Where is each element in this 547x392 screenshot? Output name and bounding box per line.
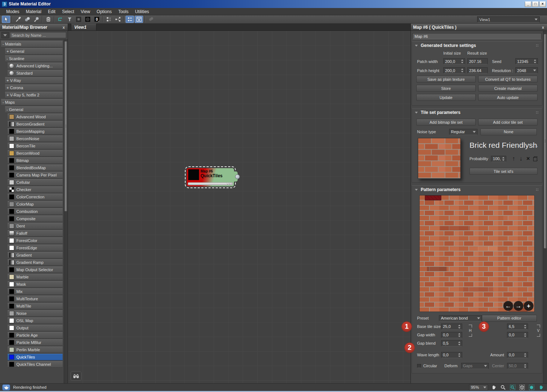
create-material-button[interactable]: Create material xyxy=(478,85,538,92)
gap-width-v-spinner[interactable]: 0,0 xyxy=(507,332,528,338)
gap-blend-spinner[interactable]: 0,5 xyxy=(441,340,462,347)
browser-item-blendedboxmap[interactable]: BlendedBoxMap xyxy=(8,165,63,171)
browser-item-gradient[interactable]: Gradient xyxy=(8,252,63,258)
menu-options[interactable]: Options xyxy=(94,8,115,15)
zoom-icon[interactable] xyxy=(499,384,507,391)
duplicate-tile-icon[interactable] xyxy=(532,155,538,162)
browser-item-berconmapping[interactable]: BerconMapping xyxy=(8,128,63,135)
pick-material-icon[interactable] xyxy=(14,16,22,23)
browser-item-v-ray-5-hotfix-2[interactable]: + V-Ray 5, hotfix 2 xyxy=(5,92,63,98)
spinner-arrows[interactable] xyxy=(523,364,526,368)
browser-item-camera-map-per-pixel[interactable]: Camera Map Per Pixel xyxy=(8,172,63,178)
browser-item-colormap[interactable]: ColorMap xyxy=(8,201,63,207)
browser-item-general[interactable]: + General xyxy=(5,48,63,55)
browser-item-particle-mblur[interactable]: Particle MBlur xyxy=(8,339,63,346)
spinner-arrows[interactable] xyxy=(523,353,526,357)
browser-item-marble[interactable]: Marble xyxy=(8,274,63,280)
zoom-extents-selected-icon[interactable] xyxy=(527,384,535,391)
node-canvas[interactable]: Map #6 QuickTiles xyxy=(68,31,411,383)
browser-item-berconnoise[interactable]: BerconNoise xyxy=(8,135,63,142)
tab-view1[interactable]: View1 xyxy=(71,24,96,31)
add-color-tile-set-button[interactable]: Add color tile set xyxy=(478,119,538,126)
maximize-button[interactable]: □ xyxy=(532,1,539,7)
seed-spinner[interactable]: 12345 xyxy=(515,58,538,64)
link-v-toggle[interactable]: V xyxy=(535,325,541,337)
browser-item-quicktiles-channel[interactable]: QuickTiles Channel xyxy=(8,361,63,368)
preset-dropdown[interactable]: American bond xyxy=(439,315,481,321)
patch-height-spinner[interactable]: 200,0 xyxy=(443,67,465,74)
browser-item-maps[interactable]: - Maps xyxy=(1,99,63,106)
browser-item-output[interactable]: Output xyxy=(8,325,63,331)
convert-all-qt-button[interactable]: Convert all QT to textures xyxy=(478,76,538,83)
zoom-region-icon[interactable] xyxy=(508,384,516,391)
generated-section-header[interactable]: Generated texture settings xyxy=(412,41,542,50)
assign-material-icon[interactable] xyxy=(23,16,31,23)
view-selector-dropdown[interactable]: View1 xyxy=(477,16,540,23)
gap-width-h-spinner[interactable]: 0,0 xyxy=(441,332,462,338)
pan-to-selected-button[interactable] xyxy=(71,371,82,381)
browser-item-bercongradient[interactable]: BerconGradient xyxy=(8,121,63,127)
store-button[interactable]: Store xyxy=(416,85,476,92)
scrollbar-thumb[interactable] xyxy=(544,34,547,249)
spinner-arrows[interactable] xyxy=(460,68,463,72)
node-output-socket[interactable] xyxy=(235,174,240,179)
browser-item-falloff[interactable]: Falloff xyxy=(8,230,63,237)
pattern-editor-button[interactable]: Pattern editor xyxy=(482,315,537,322)
delete-tile-icon[interactable]: × xyxy=(525,155,531,162)
spinner-arrows[interactable] xyxy=(501,157,504,161)
hide-unused-nodeslots-icon[interactable] xyxy=(65,16,74,23)
select-by-material-icon[interactable] xyxy=(147,16,155,23)
pan-mode-icon[interactable] xyxy=(537,384,545,391)
quicktiles-node[interactable]: Map #6 QuickTiles xyxy=(185,166,236,188)
tileset-section-header[interactable]: Tile set parameters xyxy=(412,108,542,116)
auto-update-button[interactable]: Auto update xyxy=(478,94,538,101)
pattern-preview-image[interactable] xyxy=(420,195,534,312)
drag-grip-icon[interactable] xyxy=(536,111,539,114)
browser-item-bercontile[interactable]: BerconTile xyxy=(8,143,63,149)
browser-item-checker[interactable]: Checker xyxy=(8,186,63,193)
node-footer[interactable] xyxy=(188,182,233,185)
previous-tile-button[interactable]: ← xyxy=(503,301,513,311)
map-name-field[interactable] xyxy=(412,33,542,39)
base-tile-h-spinner[interactable]: 25,0 xyxy=(441,324,462,330)
browser-item-advanced-lighting[interactable]: Advanced Lighting... xyxy=(8,63,63,69)
browser-item-gradient-ramp[interactable]: Gradient Ramp xyxy=(8,259,63,266)
layout-all-icon[interactable] xyxy=(114,16,122,23)
browser-scrollbar[interactable] xyxy=(64,40,68,383)
browser-item-particle-age[interactable]: Particle Age xyxy=(8,332,63,338)
browser-item-mix[interactable]: Mix xyxy=(8,288,63,295)
parameter-editor-icon[interactable] xyxy=(135,16,143,23)
browser-item-mask[interactable]: Mask xyxy=(8,281,63,288)
deform-dropdown[interactable]: Gaps xyxy=(461,363,489,369)
patch-width-spinner[interactable]: 200,0 xyxy=(443,58,465,64)
drag-grip-icon[interactable] xyxy=(536,44,539,47)
browser-item-bitmap[interactable]: Bitmap xyxy=(8,157,63,164)
background-sphere-icon[interactable] xyxy=(83,16,92,23)
layout-vertical-icon[interactable] xyxy=(104,16,113,23)
shaded-sphere-icon[interactable] xyxy=(74,16,83,23)
inspector-scrollbar[interactable] xyxy=(543,31,547,383)
add-tile-button[interactable]: + xyxy=(524,301,534,311)
drag-grip-icon[interactable] xyxy=(536,188,539,191)
spinner-arrows[interactable] xyxy=(460,59,463,63)
pattern-section-header[interactable]: Pattern parameters xyxy=(412,186,542,194)
spinner-arrows[interactable] xyxy=(457,341,460,345)
browser-item-quicktiles[interactable]: QuickTiles xyxy=(8,354,63,360)
minimize-button[interactable]: _ xyxy=(525,1,531,7)
move-tile-down-icon[interactable]: ↓ xyxy=(518,155,524,162)
menu-utilities[interactable]: Utilities xyxy=(132,8,152,15)
browser-close-icon[interactable]: x xyxy=(62,25,66,29)
save-as-plain-texture-button[interactable]: Save as plain texture xyxy=(416,76,476,83)
zoom-extents-icon[interactable] xyxy=(518,384,526,391)
material-id-channel-icon[interactable]: 0 xyxy=(92,16,101,23)
inspector-close-icon[interactable]: x xyxy=(541,25,545,29)
browser-item-cellular[interactable]: Cellular xyxy=(8,179,63,186)
spinner-arrows[interactable] xyxy=(457,353,460,357)
menu-material[interactable]: Material xyxy=(23,8,45,15)
none-button[interactable]: None xyxy=(480,128,537,135)
amount-spinner[interactable]: 0,0 xyxy=(507,352,528,358)
node-slots-icon[interactable] xyxy=(126,16,134,23)
circular-checkbox[interactable] xyxy=(417,364,421,368)
search-options-button[interactable] xyxy=(1,32,9,38)
node-body[interactable]: Map #6 QuickTiles xyxy=(187,168,234,186)
